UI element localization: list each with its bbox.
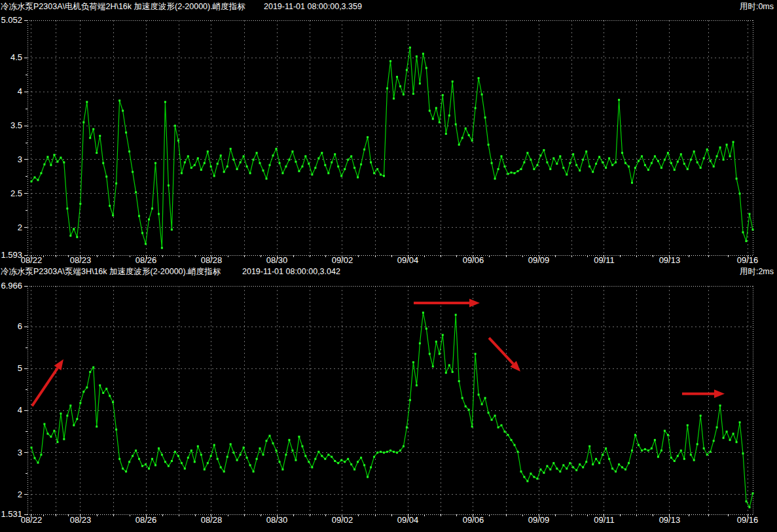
svg-text:08/23: 08/23 xyxy=(70,515,92,525)
chart-header: 冷冻水泵P2303A\泵端3H\16k 加速度波形(2-20000).峭度指标 … xyxy=(0,264,777,279)
chart-header: 冷冻水泵P2303A\电机负荷端2H\16k 加速度波形(2-20000).峭度… xyxy=(0,0,777,13)
svg-text:08/26: 08/26 xyxy=(136,515,157,525)
svg-text:09/04: 09/04 xyxy=(397,255,419,264)
svg-text:5.052: 5.052 xyxy=(1,15,22,25)
chart-title: 冷冻水泵P2303A\泵端3H\16k 加速度波形(2-20000).峭度指标 xyxy=(1,264,221,279)
elapsed-time-label: 用时:2ms xyxy=(740,264,774,279)
svg-text:08/28: 08/28 xyxy=(201,255,223,264)
svg-text:09/09: 09/09 xyxy=(528,255,550,264)
svg-text:09/11: 09/11 xyxy=(594,515,615,525)
svg-text:08/30: 08/30 xyxy=(266,255,288,264)
elapsed-time-label: 用时:0ms xyxy=(740,0,774,13)
svg-text:1.593: 1.593 xyxy=(1,250,22,260)
svg-text:09/02: 09/02 xyxy=(332,515,353,525)
svg-text:1.531: 1.531 xyxy=(1,509,22,519)
plot-area-pump[interactable]: 08/2208/2308/2608/2808/3009/0209/0409/06… xyxy=(0,279,777,532)
svg-text:09/02: 09/02 xyxy=(332,255,353,264)
svg-text:09/13: 09/13 xyxy=(659,515,681,525)
svg-text:08/23: 08/23 xyxy=(70,255,92,264)
svg-text:09/16: 09/16 xyxy=(737,255,759,264)
svg-text:09/04: 09/04 xyxy=(397,515,419,525)
svg-text:4: 4 xyxy=(18,86,22,96)
svg-text:08/22: 08/22 xyxy=(21,255,43,264)
svg-text:08/26: 08/26 xyxy=(136,255,157,264)
cursor-readout: 2019-11-01 08:00:00,3.359 xyxy=(264,0,362,13)
chart-title: 冷冻水泵P2303A\电机负荷端2H\16k 加速度波形(2-20000).峭度… xyxy=(1,0,245,13)
svg-text:4.5: 4.5 xyxy=(10,52,22,62)
svg-text:09/11: 09/11 xyxy=(594,255,615,264)
svg-text:6.966: 6.966 xyxy=(1,281,22,291)
svg-text:2: 2 xyxy=(18,489,22,499)
svg-text:2: 2 xyxy=(18,222,22,232)
svg-text:09/13: 09/13 xyxy=(659,255,681,264)
svg-text:08/22: 08/22 xyxy=(21,515,43,525)
svg-text:09/09: 09/09 xyxy=(528,515,550,525)
trend-chart-motor-drive-end: 冷冻水泵P2303A\电机负荷端2H\16k 加速度波形(2-20000).峭度… xyxy=(0,0,777,264)
svg-text:3.5: 3.5 xyxy=(10,120,22,130)
svg-text:08/28: 08/28 xyxy=(201,515,223,525)
trend-chart-pump-end: 冷冻水泵P2303A\泵端3H\16k 加速度波形(2-20000).峭度指标 … xyxy=(0,264,777,532)
svg-text:09/06: 09/06 xyxy=(463,255,484,264)
svg-text:09/06: 09/06 xyxy=(463,515,484,525)
svg-text:4: 4 xyxy=(18,405,22,415)
svg-text:3: 3 xyxy=(18,448,22,457)
trend-monitor-window: 冷冻水泵P2303A\电机负荷端2H\16k 加速度波形(2-20000).峭度… xyxy=(0,0,777,532)
svg-text:6: 6 xyxy=(18,321,22,331)
cursor-readout: 2019-11-01 08:00:00,3.042 xyxy=(242,264,340,279)
plot-area-motor[interactable]: 08/2208/2308/2608/2808/3009/0209/0409/06… xyxy=(0,13,777,264)
svg-text:3: 3 xyxy=(18,154,22,164)
svg-text:08/30: 08/30 xyxy=(266,515,288,525)
svg-text:09/16: 09/16 xyxy=(737,515,759,525)
svg-text:5: 5 xyxy=(18,363,22,373)
svg-text:2.5: 2.5 xyxy=(10,188,22,198)
